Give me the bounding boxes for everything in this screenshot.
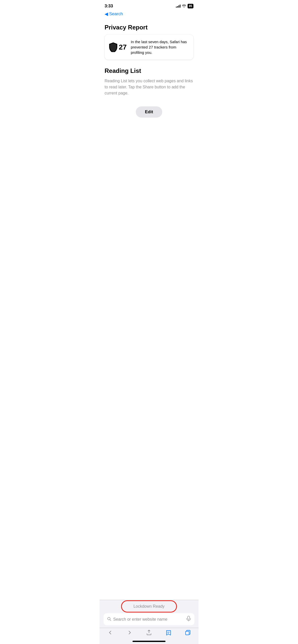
main-content: Privacy Report 27 In the last seven days…: [100, 19, 198, 199]
privacy-description: In the last seven days, Safari has preve…: [131, 39, 189, 55]
battery-badge: 85: [188, 4, 193, 8]
edit-button-container: Edit: [105, 106, 193, 118]
back-arrow-icon: ◀: [105, 11, 108, 17]
back-button[interactable]: ◀ Search: [105, 11, 193, 17]
shield-icon: [109, 42, 117, 52]
status-icons: 85: [176, 4, 193, 8]
tracker-count: 27: [119, 43, 127, 51]
status-bar: 3:33 85: [100, 0, 198, 10]
back-label: Search: [109, 11, 123, 17]
spacer: [105, 123, 193, 199]
privacy-report-title: Privacy Report: [105, 24, 193, 31]
shield-container: 27: [109, 42, 127, 52]
signal-bars-icon: [176, 5, 180, 8]
reading-list-description: Reading List lets you collect web pages …: [105, 78, 193, 96]
privacy-report-section: Privacy Report 27 In the last seven days…: [105, 24, 193, 60]
reading-list-title: Reading List: [105, 67, 193, 74]
nav-bar: ◀ Search: [100, 10, 198, 19]
wifi-icon: [182, 4, 186, 8]
reading-list-section: Reading List Reading List lets you colle…: [105, 67, 193, 118]
edit-button[interactable]: Edit: [136, 106, 162, 118]
status-time: 3:33: [105, 4, 113, 9]
privacy-card: 27 In the last seven days, Safari has pr…: [105, 35, 193, 60]
